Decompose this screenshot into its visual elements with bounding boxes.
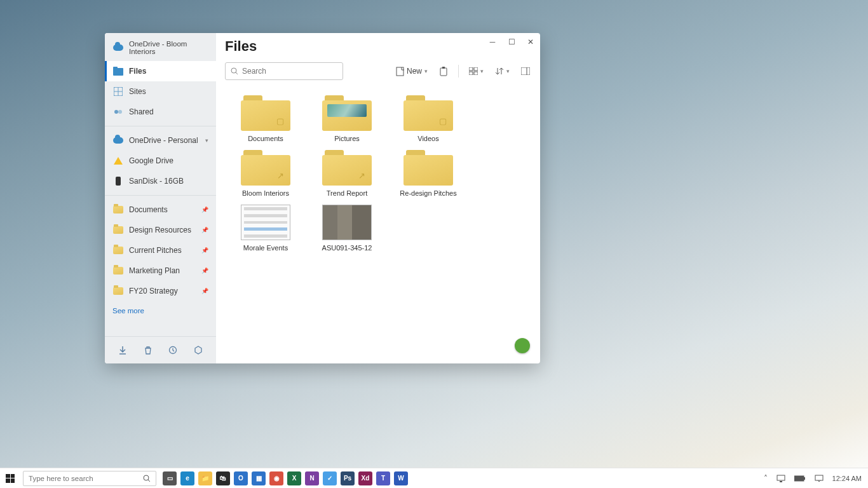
folder-pictures[interactable]: Pictures [306,95,388,142]
pin-icon: 📌 [201,268,208,274]
taskbar-app-explorer[interactable]: 📁 [198,471,212,485]
search-input[interactable] [242,67,337,76]
taskbar-app-photoshop[interactable]: Ps [341,471,355,485]
taskbar-app-word[interactable]: W [394,471,408,485]
search-icon [143,475,151,482]
file-asu091[interactable]: ASU091-345-12 [306,205,388,252]
divider [458,65,459,78]
grid-view-icon [469,67,478,75]
sidebar-item-label: Shared [129,107,154,116]
taskbar-app-todo[interactable]: ✓ [323,471,337,485]
search-box[interactable] [225,62,343,80]
start-button[interactable] [0,474,20,483]
taskbar-app-teams[interactable]: T [376,471,390,485]
taskbar-app-task-view[interactable]: ▭ [163,471,177,485]
sidebar-item-label: Sites [129,87,146,96]
cloud-icon [112,135,124,146]
view-button[interactable]: ▾ [468,65,485,78]
notifications-icon[interactable] [815,475,824,482]
drive-label: OneDrive - Personal [129,136,198,145]
new-button[interactable]: New ▾ [395,64,429,79]
folder-videos[interactable]: ▢ Videos [388,95,469,142]
minimize-button[interactable]: ─ [483,33,502,51]
details-pane-button[interactable] [520,65,531,78]
sidebar-pinned-design-resources[interactable]: Design Resources 📌 [105,220,216,240]
taskbar-app-edge[interactable]: e [180,471,194,485]
folder-icon [112,224,124,236]
svg-rect-18 [521,67,530,75]
folder-bloom-interiors[interactable]: ↗ Bloom Interiors [225,150,306,197]
svg-point-9 [231,68,236,73]
settings-icon[interactable] [191,343,205,357]
toolbar: New ▾ ▾ ▾ [216,57,540,90]
sidebar-item-shared[interactable]: Shared [105,102,216,122]
pin-icon: 📌 [201,247,208,254]
pin-icon: 📌 [201,288,208,294]
battery-icon[interactable] [794,475,806,482]
paste-button[interactable] [438,64,449,79]
clock[interactable]: 12:24 AM [832,475,862,482]
taskbar-apps: ▭e📁🛍O▦◉XN✓PsXdTW [159,471,412,485]
share-glyph-icon: ↗ [277,171,284,180]
svg-rect-11 [397,67,403,76]
system-tray: ˄ 12:24 AM [757,474,868,483]
sort-button[interactable]: ▾ [494,64,511,78]
sidebar-pinned-fy20-strategy[interactable]: FY20 Strategy 📌 [105,281,216,301]
sidebar-account[interactable]: OneDrive - Bloom Interiors [105,33,216,61]
svg-rect-26 [815,475,823,480]
taskbar-app-store[interactable]: 🛍 [216,471,230,485]
search-icon [231,67,238,75]
pinned-label: Documents [129,205,168,214]
sidebar-pinned-documents[interactable]: Documents 📌 [105,200,216,220]
sites-icon [112,86,124,97]
folder-icon [112,285,124,297]
folder-redesign-pitches[interactable]: Re-design Pitches [388,150,469,197]
details-icon [521,67,530,75]
item-label: Re-design Pitches [400,189,456,197]
pinned-label: Design Resources [129,226,191,234]
folder-documents[interactable]: ▢ Documents [225,95,306,142]
google-drive-icon [112,155,124,166]
folder-trend-report[interactable]: ↗ Trend Report [306,150,388,197]
svg-point-5 [114,110,118,114]
share-glyph-icon: ↗ [358,171,365,180]
taskbar: ▭e📁🛍O▦◉XN✓PsXdTW ˄ 12:24 AM [0,468,868,488]
taskbar-search-input[interactable] [29,475,139,482]
shared-icon [112,106,124,118]
chevron-down-icon: ▾ [506,68,510,74]
sync-status-button[interactable] [515,338,530,353]
sidebar-drive-onedrive-personal[interactable]: OneDrive - Personal ▾ [105,130,216,151]
pinned-label: FY20 Strategy [129,287,178,295]
file-morale-events[interactable]: Morale Events [225,205,306,252]
download-icon[interactable] [116,343,130,357]
sidebar-item-sites[interactable]: Sites [105,81,216,102]
folder-icon [112,204,124,215]
svg-marker-8 [195,346,201,354]
tray-chevron-icon[interactable]: ˄ [764,474,768,483]
taskbar-app-outlook[interactable]: O [234,471,248,485]
taskbar-search[interactable] [23,471,156,486]
pinned-label: Marketing Plan [129,266,180,275]
history-icon[interactable] [166,343,180,357]
taskbar-app-calendar[interactable]: ▦ [252,471,266,485]
network-icon[interactable] [776,475,785,482]
folder-icon [112,265,124,276]
sidebar-item-files[interactable]: Files [105,61,216,81]
page-title: Files [225,38,257,55]
svg-rect-14 [469,67,473,71]
see-more-link[interactable]: See more [105,301,216,320]
sidebar: OneDrive - Bloom Interiors Files Sites S… [105,33,216,363]
recycle-bin-icon[interactable] [141,343,155,357]
taskbar-app-onenote[interactable]: N [305,471,319,485]
close-button[interactable]: ✕ [521,33,540,51]
files-icon [112,65,124,77]
taskbar-app-xd[interactable]: Xd [358,471,372,485]
taskbar-app-chrome[interactable]: ◉ [269,471,283,485]
sidebar-pinned-current-pitches[interactable]: Current Pitches 📌 [105,240,216,261]
sidebar-pinned-marketing-plan[interactable]: Marketing Plan 📌 [105,261,216,281]
taskbar-app-excel[interactable]: X [287,471,301,485]
maximize-button[interactable]: ☐ [502,33,521,51]
svg-point-6 [118,110,122,114]
sidebar-drive-google[interactable]: Google Drive [105,151,216,171]
sidebar-drive-sandisk[interactable]: SanDisk - 16GB [105,171,216,191]
